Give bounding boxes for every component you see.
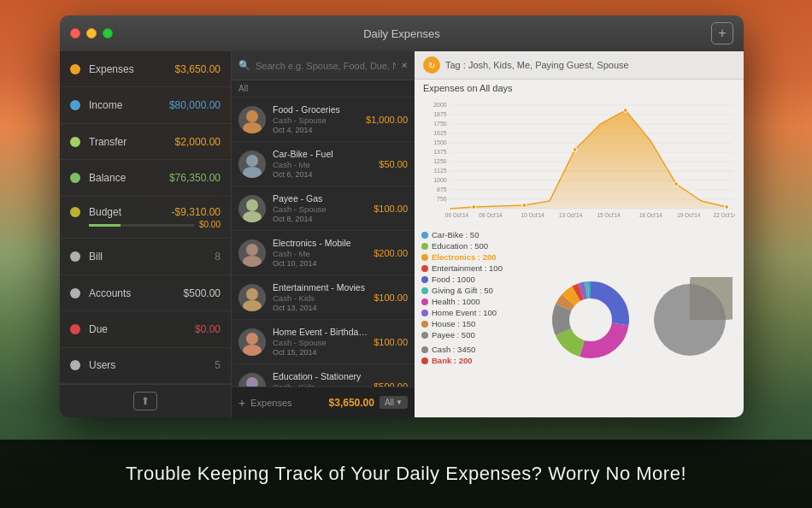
budget-bar [89,224,194,227]
chart-panel: ↻ Tag : Josh, Kids, Me, Paying Guest, Sp… [415,51,744,417]
chart-bottom: Car-Bike : 50 Education : 500 Electronic… [415,225,744,417]
chart-header-text: Tag : Josh, Kids, Me, Paying Guest, Spou… [445,60,629,70]
gray-pie-chart [647,277,733,366]
txn-sub: Cash - Me [273,160,375,169]
refresh-icon[interactable]: ↻ [423,56,440,74]
bill-dot [70,251,80,262]
expenses-dot [70,64,80,74]
svg-text:22 Oct'14: 22 Oct'14 [714,212,735,218]
sidebar-item-transfer[interactable]: Transfer $2,000.00 [60,124,231,160]
legend-item: Car-Bike : 50 [421,230,533,239]
list-item[interactable]: Food - Groceries Cash - Spouse Oct 4, 20… [232,97,415,142]
avatar [238,328,266,356]
search-input[interactable] [256,61,396,71]
svg-point-8 [246,288,258,300]
sidebar-item-income[interactable]: Income $80,000.00 [60,87,231,123]
accounts-dot [70,288,80,298]
sidebar-item-budget[interactable]: Budget -$9,310.00 $0.00 [60,197,231,239]
svg-text:06 Oct'14: 06 Oct'14 [445,212,469,218]
svg-text:10 Oct'14: 10 Oct'14 [521,212,545,218]
minimize-button[interactable] [86,28,97,38]
svg-text:18 Oct'14: 18 Oct'14 [639,212,663,218]
line-chart: 2000 1875 1750 1625 1500 1375 1250 1125 … [423,98,735,218]
txn-title: Education - Stationery [273,371,370,381]
sidebar-item-bill[interactable]: Bill 8 [60,239,231,275]
bill-label: Bill [89,251,215,263]
sidebar-item-accounts[interactable]: Accounts $500.00 [60,275,231,311]
list-item[interactable]: Education - Stationery Cash - Kids Oct 1… [232,364,415,387]
svg-point-1 [243,122,262,133]
search-bar: 🔍 ✕ [232,51,415,80]
svg-text:15 Oct'14: 15 Oct'14 [597,212,621,218]
legend-item: Home Event : 100 [421,308,533,317]
list-item[interactable]: Car-Bike - Fuel Cash - Me Oct 6, 2014 $5… [232,142,415,186]
users-value: 5 [215,359,221,371]
svg-point-2 [246,155,258,167]
legend-item: Food : 1000 [421,275,533,284]
sidebar-item-due[interactable]: Due $0.00 [60,311,231,347]
balance-value: $76,350.00 [169,172,221,184]
search-clear[interactable]: ✕ [401,61,408,70]
avatar [238,373,266,387]
add-button[interactable]: + [711,22,733,44]
txn-amount: $50.00 [379,159,408,169]
svg-point-12 [246,377,258,387]
legend-dot [421,265,428,272]
income-label: Income [89,99,169,111]
transactions-footer: + Expenses $3,650.00 All ▼ [232,387,415,417]
search-icon: 🔍 [238,60,250,71]
list-item[interactable]: Electronics - Mobile Cash - Me Oct 10, 2… [232,231,415,275]
txn-info: Payee - Gas Cash - Spouse Oct 8, 2014 [273,193,370,223]
txn-date: Oct 8, 2014 [273,215,370,223]
line-chart-area: 2000 1875 1750 1625 1500 1375 1250 1125 … [415,95,744,225]
svg-point-7 [243,256,262,267]
legend-item: Payee : 500 [421,330,533,340]
txn-amount: $200.00 [374,248,408,258]
legend-item: Electronics : 200 [421,252,533,262]
svg-point-48 [674,182,678,186]
sidebar-item-balance[interactable]: Balance $76,350.00 [60,160,231,196]
legend-dot [421,357,428,364]
txn-date: Oct 4, 2014 [273,126,362,134]
txn-title: Entertainment - Movies [273,282,370,292]
donut-chart [544,273,638,370]
legend-text: Health : 1000 [432,297,480,306]
list-item[interactable]: Payee - Gas Cash - Spouse Oct 8, 2014 $1… [232,186,415,231]
accounts-value: $500.00 [184,287,221,299]
svg-marker-43 [450,110,727,209]
txn-sub: Cash - Me [273,249,370,258]
users-label: Users [89,359,215,371]
expenses-value: $3,650.00 [175,63,221,75]
legend-text: Cash : 3450 [432,345,475,354]
legend-dot [421,346,428,353]
footer-dropdown[interactable]: All ▼ [380,396,408,409]
avatar [238,284,266,311]
close-button[interactable] [70,28,80,38]
svg-text:1250: 1250 [433,158,446,164]
chart-title: Expenses on All days [415,80,744,95]
avatar [238,239,266,267]
add-transaction-button[interactable]: + [238,396,245,410]
legend-item: Cash : 3450 [421,345,533,354]
svg-point-47 [623,109,627,113]
footer-category-label: Expenses [250,398,323,408]
txn-title: Food - Groceries [273,104,362,115]
svg-text:875: 875 [437,186,447,192]
sidebar-item-expenses[interactable]: Expenses $3,650.00 [60,51,231,87]
svg-text:1750: 1750 [433,121,446,127]
list-item[interactable]: Entertainment - Movies Cash - Kids Oct 1… [232,275,415,320]
txn-sub: Cash - Kids [273,293,370,303]
maximize-button[interactable] [103,28,113,38]
balance-dot [70,173,80,183]
all-label: All [232,80,415,97]
title-bar: Daily Expenses + [60,15,744,51]
income-value: $80,000.00 [169,99,221,111]
chart-header: ↻ Tag : Josh, Kids, Me, Paying Guest, Sp… [415,51,744,80]
svg-point-11 [243,345,262,356]
sidebar-item-users[interactable]: Users 5 [60,348,231,384]
import-icon[interactable]: ⬆ [133,392,157,411]
budget-value: -$9,310.00 [172,206,221,218]
txn-info: Entertainment - Movies Cash - Kids Oct 1… [273,282,370,312]
list-item[interactable]: Home Event - Birthday-Party Cash - Spous… [232,320,415,364]
svg-point-9 [243,300,262,311]
